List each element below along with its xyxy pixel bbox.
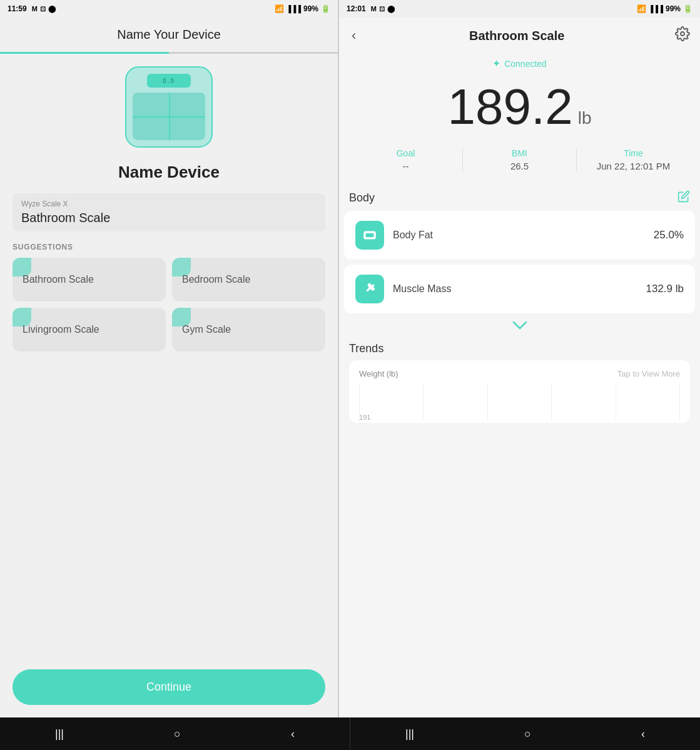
right-nav: ||| ○ ‹ [350, 717, 700, 750]
right-header: ‹ Bathroom Scale [339, 18, 700, 54]
body-fat-left: Body Fat [355, 221, 433, 250]
chart-value-label: 191 [359, 413, 370, 421]
battery-icon: 🔋 [321, 4, 330, 13]
scale-image: 0.0 [125, 66, 213, 148]
body-fat-card: Body Fat 25.0% [344, 211, 695, 260]
body-cards: Body Fat 25.0% Muscle Mass 132.9 lb [339, 211, 700, 313]
left-nav-back[interactable]: ‹ [281, 722, 305, 746]
right-nav-home[interactable]: ○ [514, 722, 541, 746]
chart-container[interactable]: Weight (lb) Tap to View More 191 [349, 360, 690, 423]
grid-line-4 [551, 383, 552, 421]
grid-line-3 [487, 383, 488, 421]
signal-icon: ▐▐▐ [287, 5, 301, 13]
muscle-mass-left: Muscle Mass [355, 275, 451, 303]
goal-value: -- [403, 161, 409, 171]
wifi-icon: 📶 [275, 4, 284, 13]
body-fat-value: 25.0% [654, 229, 684, 241]
scale-line-vertical [169, 93, 170, 140]
trends-title: Trends [349, 342, 690, 355]
svg-point-0 [681, 32, 684, 36]
bluetooth-icon: ✦ [492, 58, 500, 69]
device-name-input-container[interactable]: Wyze Scale X Bathroom Scale [13, 193, 325, 231]
stat-bmi: BMI 26.5 [463, 144, 576, 175]
msg-icon: ⊡ [40, 5, 46, 13]
left-status-time: 11:59 M ⊡ ⬤ [8, 4, 56, 13]
right-rec-icon: ⬤ [387, 5, 395, 13]
scale-body [133, 93, 205, 140]
body-section-title: Body [349, 191, 375, 205]
body-fat-label: Body Fat [393, 230, 433, 241]
right-status-right: 📶 ▐▐▐ 99% 🔋 [637, 4, 692, 13]
muscle-mass-value: 132.9 lb [646, 283, 684, 295]
bmi-value: 26.5 [510, 161, 529, 171]
left-nav-menu[interactable]: ||| [45, 722, 74, 746]
right-battery-display: 99% [666, 4, 681, 13]
expand-button[interactable] [339, 313, 700, 337]
suggestions-label: SUGGESTIONS [13, 243, 325, 251]
input-label: Wyze Scale X [21, 200, 317, 208]
body-fat-icon [355, 221, 384, 250]
right-signal-icon: ▐▐▐ [649, 5, 663, 13]
body-section-header: Body [339, 185, 700, 211]
bmi-label: BMI [512, 148, 527, 158]
chart-action[interactable]: Tap to View More [617, 369, 680, 378]
nav-bar: ||| ○ ‹ ||| ○ ‹ [0, 717, 700, 750]
grid-line-5 [616, 383, 616, 421]
scale-display-readout: 0.0 [147, 74, 191, 88]
continue-button[interactable]: Continue [13, 669, 325, 705]
suggestion-gym-scale[interactable]: Gym Scale [172, 308, 325, 352]
right-nav-menu[interactable]: ||| [395, 722, 424, 746]
right-wifi-icon: 📶 [637, 4, 646, 13]
muscle-mass-icon [355, 275, 384, 303]
suggestion-bathroom-scale[interactable]: Bathroom Scale [13, 258, 166, 302]
suggestion-text-0: Bathroom Scale [23, 274, 94, 285]
right-battery-icon: 🔋 [683, 4, 692, 13]
weight-display: 189.2 lb [339, 76, 700, 144]
suggestion-livingroom-scale[interactable]: Livingroom Scale [13, 308, 166, 352]
rec-icon: ⬤ [48, 5, 56, 13]
settings-button[interactable] [675, 26, 690, 45]
grid-line-6 [679, 383, 680, 421]
back-button[interactable]: ‹ [349, 25, 358, 46]
right-time-display: 12:01 [347, 4, 366, 13]
input-value[interactable]: Bathroom Scale [21, 211, 317, 225]
edit-icon[interactable] [677, 190, 690, 206]
chart-area: 191 [359, 383, 680, 421]
left-header: Name Your Device [0, 18, 338, 52]
left-nav-home[interactable]: ○ [164, 722, 191, 746]
muscle-mass-label: Muscle Mass [393, 283, 451, 295]
goal-label: Goal [397, 148, 415, 158]
left-nav: ||| ○ ‹ [0, 717, 350, 750]
trends-section: Trends Weight (lb) Tap to View More [339, 337, 700, 423]
weight-unit: lb [578, 108, 592, 128]
suggestion-bedroom-scale[interactable]: Bedroom Scale [172, 258, 325, 302]
suggestion-text-1: Bedroom Scale [182, 274, 250, 285]
chart-label: Weight (lb) [359, 369, 398, 378]
grid-line-2 [423, 383, 424, 421]
gmail-icon: M [32, 5, 38, 13]
stats-row: Goal -- BMI 26.5 Time Jun 22, 12:01 PM [339, 144, 700, 175]
section-title: Name Device [118, 163, 220, 182]
battery-display: 99% [303, 4, 318, 13]
right-nav-back[interactable]: ‹ [631, 722, 655, 746]
weight-value: 189.2 [448, 82, 573, 132]
time-display: 11:59 [8, 4, 27, 13]
right-gmail-icon: M [371, 5, 377, 13]
muscle-mass-card: Muscle Mass 132.9 lb [344, 265, 695, 313]
stat-time: Time Jun 22, 12:01 PM [577, 144, 690, 175]
suggestions-grid: Bathroom Scale Bedroom Scale Livingroom … [13, 258, 325, 352]
bluetooth-status: ✦ Connected [339, 54, 700, 76]
svg-rect-2 [366, 233, 374, 238]
left-content: 0.0 Name Device Wyze Scale X Bathroom Sc… [0, 54, 338, 717]
time-label: Time [624, 148, 643, 158]
right-page-title: Bathroom Scale [469, 29, 564, 43]
left-status-right: 📶 ▐▐▐ 99% 🔋 [275, 4, 330, 13]
right-msg-icon: ⊡ [379, 5, 385, 13]
page-title: Name Your Device [117, 28, 221, 42]
chart-grid-lines [359, 383, 680, 421]
right-status-time: 12:01 M ⊡ ⬤ [347, 4, 395, 13]
suggestion-text-2: Livingroom Scale [23, 324, 99, 335]
connection-status: Connected [504, 59, 547, 69]
time-value: Jun 22, 12:01 PM [597, 161, 671, 171]
stat-goal: Goal -- [349, 144, 462, 175]
